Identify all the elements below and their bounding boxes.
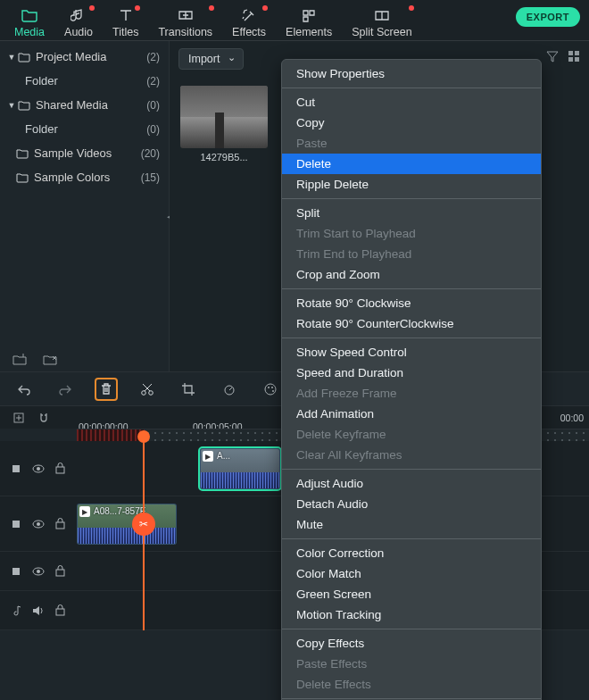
svg-point-5 (149, 390, 153, 395)
svg-rect-24 (56, 609, 64, 615)
ctx-item[interactable]: Show Speed Control (282, 342, 541, 362)
elements-icon (301, 7, 317, 23)
thumbnail-image (180, 86, 268, 148)
effects-icon (241, 7, 257, 23)
ctx-item[interactable]: Rotate 90° CounterClockwise (282, 313, 541, 334)
folder-icon (18, 100, 30, 111)
delete-folder-icon[interactable] (43, 354, 57, 366)
crop-tool-icon[interactable] (177, 378, 200, 401)
ctx-item: Paste Effects (282, 654, 541, 674)
track-visibility-icon[interactable] (32, 464, 45, 473)
timeline-clip[interactable]: ▶ A... (200, 448, 280, 489)
tab-transitions[interactable]: Transitions (151, 4, 220, 42)
grid-view-icon[interactable] (568, 50, 580, 62)
svg-point-8 (268, 387, 270, 388)
svg-rect-0 (568, 51, 573, 55)
media-sidebar: ▼ Project Media (2) Folder (2) ▼ Shared … (0, 41, 170, 371)
svg-rect-2 (568, 57, 573, 62)
filter-icon[interactable] (546, 50, 559, 62)
ctx-item: Clear All Keyframes (282, 445, 541, 465)
folder-icon (16, 148, 29, 159)
folder-open-icon (21, 7, 37, 23)
add-marker-icon[interactable] (12, 412, 25, 424)
ctx-separator (282, 198, 541, 199)
track-mute-icon[interactable] (11, 463, 21, 474)
ctx-item[interactable]: Color Match (282, 563, 541, 584)
playhead-scissors-icon[interactable]: ✂ (132, 512, 155, 536)
svg-rect-15 (56, 467, 64, 473)
svg-point-22 (37, 570, 40, 573)
clip-label: A... (217, 451, 230, 461)
clip-play-icon: ▶ (79, 506, 90, 517)
ctx-item[interactable]: Cut (282, 92, 541, 112)
ctx-item[interactable]: Motion Tracking (282, 604, 541, 625)
undo-icon[interactable] (12, 378, 36, 401)
ctx-item[interactable]: Rotate 90° Clockwise (282, 293, 541, 313)
track-visibility-icon[interactable] (32, 520, 45, 529)
folder-icon (18, 52, 30, 62)
track-visibility-icon[interactable] (32, 567, 45, 576)
sidebar-item-sample-colors[interactable]: Sample Colors (15) (0, 165, 169, 189)
ctx-item[interactable]: Split (282, 203, 541, 223)
import-dropdown[interactable]: Import (178, 48, 244, 70)
export-button[interactable]: EXPORT (516, 7, 580, 27)
timeline-clip[interactable]: ▶ A08...7-857E (77, 504, 177, 545)
split-screen-icon (374, 7, 390, 23)
ctx-item[interactable]: Detach Audio (282, 494, 541, 514)
track-speaker-icon[interactable] (32, 605, 45, 616)
clip-play-icon: ▶ (203, 451, 213, 462)
speed-tool-icon[interactable] (218, 378, 241, 401)
svg-rect-3 (575, 57, 579, 62)
tab-elements[interactable]: Elements (278, 4, 339, 42)
track-lock-icon[interactable] (55, 565, 65, 577)
ctx-item: Trim Start to Playhead (282, 223, 541, 244)
ctx-item[interactable]: Adjust Audio (282, 473, 541, 494)
ctx-item[interactable]: Delete (282, 154, 541, 174)
ctx-item[interactable]: Color Correction (282, 543, 541, 563)
ctx-item[interactable]: Ripple Delete (282, 174, 541, 195)
ctx-item[interactable]: Crop and Zoom (282, 264, 541, 285)
ctx-item[interactable]: Mute (282, 514, 541, 535)
track-mute-icon[interactable] (11, 566, 21, 577)
svg-point-9 (271, 387, 273, 388)
track-mute-icon[interactable] (11, 519, 21, 529)
ctx-item[interactable]: Show Properties (282, 63, 541, 84)
track-lock-icon[interactable] (55, 462, 65, 474)
tab-split-screen[interactable]: Split Screen (344, 4, 419, 42)
svg-point-7 (265, 384, 276, 395)
audio-note-icon[interactable] (11, 604, 21, 617)
delete-tool-icon[interactable] (95, 378, 118, 401)
tab-media[interactable]: Media (7, 4, 52, 44)
ctx-item[interactable]: Copy (282, 112, 541, 133)
svg-point-14 (37, 467, 40, 471)
split-tool-icon[interactable] (136, 378, 159, 401)
track-lock-icon[interactable] (55, 518, 65, 529)
redo-icon[interactable] (54, 378, 77, 401)
sidebar-item-sample-videos[interactable]: Sample Videos (20) (0, 141, 169, 165)
ctx-item[interactable]: Green Screen (282, 584, 541, 604)
tab-titles[interactable]: Titles (105, 4, 145, 42)
sidebar-group-shared-media[interactable]: ▼ Shared Media (0) (0, 93, 169, 117)
ctx-item[interactable]: Copy Effects (282, 633, 541, 654)
ctx-item: Delete Keyframe (282, 424, 541, 445)
magnet-icon[interactable] (37, 412, 50, 424)
svg-point-10 (272, 390, 274, 392)
sidebar-folder-project[interactable]: Folder (2) (0, 69, 169, 93)
ctx-separator (282, 538, 541, 539)
sidebar-group-project-media[interactable]: ▼ Project Media (2) (0, 45, 169, 69)
ctx-separator (282, 288, 541, 289)
badge-dot-icon (135, 5, 140, 11)
track-lock-icon[interactable] (55, 604, 65, 616)
svg-rect-1 (575, 51, 579, 55)
badge-dot-icon (262, 5, 268, 11)
ctx-separator (282, 698, 541, 699)
tab-audio[interactable]: Audio (57, 4, 100, 42)
new-folder-icon[interactable] (12, 354, 27, 366)
ctx-item[interactable]: Add Animation (282, 404, 541, 424)
sidebar-folder-shared[interactable]: Folder (0) (0, 117, 169, 141)
tab-effects[interactable]: Effects (225, 4, 273, 42)
ctx-item[interactable]: Speed and Duration (282, 362, 541, 383)
media-thumbnail[interactable]: 14279B5... (180, 86, 268, 162)
color-tool-icon[interactable] (259, 378, 282, 401)
playhead[interactable]: ✂ (143, 441, 145, 630)
